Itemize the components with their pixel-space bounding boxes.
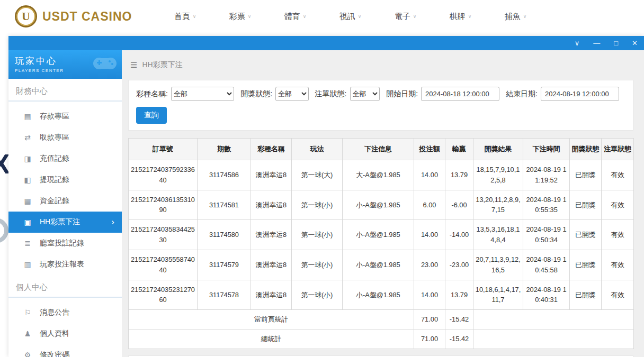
main-nav: 首頁∨彩票∨體育∨視訊∨電子∨棋牌∨捕魚∨ [159, 12, 545, 22]
end-date-input[interactable] [541, 87, 619, 101]
sidebar-item-label: 存款專區 [40, 112, 69, 121]
nav-item-首頁[interactable]: 首頁∨ [159, 12, 210, 22]
summary-label: 總統計 [129, 329, 414, 349]
table-cell: 6.00 [414, 190, 445, 220]
order-status-select[interactable]: 全部 [350, 87, 380, 101]
sidebar-item-withdrawal-record[interactable]: ◧提現記錄 [8, 169, 122, 190]
end-date-label: 結束日期: [506, 89, 538, 99]
sidebar-item-withdraw[interactable]: ⇄取款專區 [8, 127, 122, 148]
bets-table-card: 訂單號期數彩種名稱玩法下注信息投注額輸贏開獎結果下注時間開獎狀態注單狀態 215… [128, 138, 633, 349]
table-row: 215217240375923364031174586澳洲幸运8第一球(大)大-… [129, 160, 634, 190]
sidebar-item-announcement[interactable]: ⚐消息公告 [8, 302, 122, 323]
sidebar-item-label: 消息公告 [40, 308, 69, 317]
table-cell: 13.79 [445, 160, 473, 190]
table-header-cell: 輸贏 [445, 139, 473, 160]
table-cell: 第一球(小) [292, 250, 343, 280]
table-cell: 小-A盤@1.985 [343, 190, 414, 220]
table-header-row: 訂單號期數彩種名稱玩法下注信息投注額輸贏開獎結果下注時間開獎狀態注單狀態 [129, 139, 634, 160]
sidebar-item-recharge-record[interactable]: ◨充值記錄 [8, 148, 122, 169]
logo-text: USDT CASINO [42, 10, 132, 24]
recharge-record-icon: ◨ [22, 154, 33, 163]
sidebar-item-room-bet-record[interactable]: ≣廳室投註記錄 [8, 233, 122, 254]
table-header-cell: 開獎結果 [473, 139, 523, 160]
table-cell: 澳洲幸运8 [251, 220, 292, 250]
sidebar: 玩家中心 PLAYERS CENTER 財務中心▤存款專區⇄取款專區◨充值記錄◧… [8, 50, 122, 357]
table-header-cell: 注單狀態 [602, 139, 634, 160]
sidebar-item-funds-record[interactable]: ▦資金記錄 [8, 190, 122, 212]
usdt-casino-logo[interactable]: U USDT CASINO [15, 5, 132, 28]
close-window-icon[interactable]: ✕ [632, 40, 638, 47]
table-cell: -6.00 [445, 190, 473, 220]
room-bet-record-icon: ≣ [22, 239, 33, 248]
nav-item-label: 首頁 [174, 12, 190, 21]
maximize-window-icon[interactable]: □ [614, 40, 618, 47]
nav-item-彩票[interactable]: 彩票∨ [214, 12, 265, 22]
table-cell: 2024-08-19 10:55:35 [523, 190, 570, 220]
nav-item-體育[interactable]: 體育∨ [270, 12, 320, 22]
table-cell: 2024-08-19 10:50:34 [523, 220, 570, 250]
table-cell: 小-A盤@1.985 [343, 280, 414, 310]
draw-status-select[interactable]: 全部 [275, 87, 309, 101]
table-header-cell: 開獎狀態 [570, 139, 602, 160]
nav-item-視訊[interactable]: 視訊∨ [325, 12, 375, 22]
nav-item-棋牌[interactable]: 棋牌∨ [435, 12, 486, 22]
table-cell: 13.79 [445, 280, 473, 310]
background-circle-decoration [0, 218, 8, 243]
summary-winloss-total: -15.42 [445, 310, 473, 329]
funds-record-icon: ▦ [22, 197, 33, 205]
table-header-cell: 下注信息 [343, 139, 414, 160]
nav-item-label: 體育 [284, 12, 300, 21]
order-status-label: 注單狀態: [315, 89, 347, 99]
sidebar-item-label: HH彩票下注 [40, 217, 80, 227]
summary-bet-total: 71.00 [414, 329, 445, 349]
draw-status-label: 開獎狀態: [240, 89, 272, 99]
sidebar-item-change-password[interactable]: ⚙修改密碼 [8, 344, 122, 357]
query-button[interactable]: 查詢 [136, 107, 167, 124]
table-cell: 已開獎 [570, 250, 602, 280]
change-password-icon: ⚙ [22, 351, 33, 357]
sidebar-item-label: 資金記錄 [40, 196, 69, 206]
table-cell: 第一球(小) [292, 190, 343, 220]
collapse-window-icon[interactable]: ∨ [575, 40, 580, 47]
table-cell: 23.00 [414, 250, 445, 280]
sidebar-item-profile[interactable]: ♟個人資料 [8, 323, 122, 344]
sidebar-item-label: 廳室投註記錄 [40, 239, 84, 248]
breadcrumb: ☰ HH彩票下注 [122, 50, 644, 80]
announcement-icon: ⚐ [22, 308, 33, 317]
table-row: 215217240352312706031174578澳洲幸运8第一球(小)小-… [129, 280, 634, 310]
window-controls: ∨—□✕ [575, 40, 638, 47]
start-date-input[interactable] [421, 87, 499, 101]
nav-item-捕魚[interactable]: 捕魚∨ [490, 12, 541, 22]
sidebar-item-label: 充值記錄 [40, 154, 69, 163]
table-cell: 2024-08-19 10:40:31 [523, 280, 570, 310]
summary-empty-cell [473, 310, 634, 329]
window-body: 玩家中心 PLAYERS CENTER 財務中心▤存款專區⇄取款專區◨充值記錄◧… [8, 50, 644, 357]
table-cell: 2152172403523127060 [129, 280, 198, 310]
sidebar-item-deposit[interactable]: ▤存款專區 [8, 106, 122, 127]
nav-item-label: 捕魚 [505, 12, 521, 21]
table-cell: 澳洲幸运8 [251, 160, 292, 190]
table-cell: 13,5,3,16,18,14,8,4 [473, 220, 523, 250]
lottery-name-select[interactable]: 全部 [171, 87, 234, 101]
window-titlebar: ∨—□✕ [8, 36, 644, 50]
table-cell: 31174581 [198, 190, 251, 220]
table-cell: 有效 [602, 160, 634, 190]
minimize-window-icon[interactable]: — [593, 40, 600, 47]
withdraw-icon: ⇄ [22, 133, 33, 142]
sidebar-section-header: 財務中心 [8, 79, 122, 102]
menu-icon[interactable]: ☰ [130, 60, 137, 70]
table-cell: 31174579 [198, 250, 251, 280]
summary-winloss-total: -15.42 [445, 329, 473, 349]
table-cell: 10,18,6,1,4,17,11,7 [473, 280, 523, 310]
table-cell: 有效 [602, 190, 634, 220]
sidebar-item-lottery-bet[interactable]: ▣HH彩票下注› [8, 212, 122, 233]
nav-item-label: 視訊 [339, 12, 355, 21]
sidebar-item-player-bet-report[interactable]: ▥玩家投注報表 [8, 254, 122, 275]
nav-item-電子[interactable]: 電子∨ [380, 12, 431, 22]
sidebar-item-label: 提現記錄 [40, 175, 69, 185]
table-row: 215217240355587404031174579澳洲幸运8第一球(小)小-… [129, 250, 634, 280]
table-cell: 31174586 [198, 160, 251, 190]
table-cell: 31174578 [198, 280, 251, 310]
table-header-cell: 玩法 [292, 139, 343, 160]
table-cell: 第一球(小) [292, 220, 343, 250]
